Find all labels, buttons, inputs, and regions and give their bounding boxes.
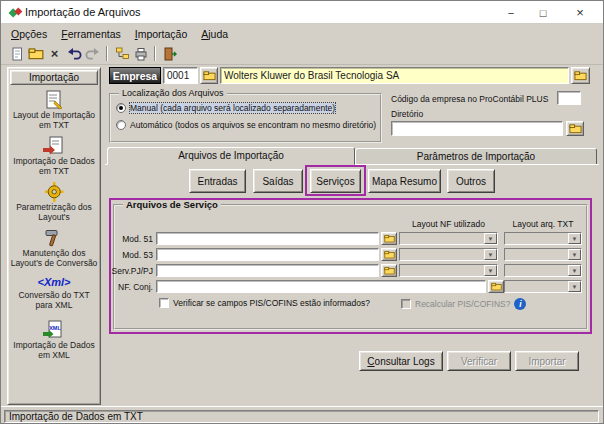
menu-importacao[interactable]: Importação xyxy=(128,26,195,42)
mod53-label: Mod. 53 xyxy=(111,250,153,260)
printer-icon xyxy=(133,46,149,62)
verificar-button[interactable]: Verificar xyxy=(447,351,511,371)
sidebar-item-parametrizacao[interactable]: Parametrização dos Layout's xyxy=(10,181,98,225)
servpj-file-input[interactable] xyxy=(156,264,379,277)
recalcular-pis-cofins-checkbox[interactable]: Recalcular PIS/COFINS? i xyxy=(401,298,526,310)
radio-automatico-circle[interactable] xyxy=(116,120,126,130)
layout-txt-icon xyxy=(41,89,67,111)
consultar-logs-label: Consultar Logs xyxy=(367,356,434,367)
menu-opcoes[interactable]: Opções xyxy=(4,26,54,42)
empresa-lookup-button[interactable] xyxy=(571,67,590,84)
importar-label: Importar xyxy=(528,356,565,367)
info-icon[interactable]: i xyxy=(514,298,526,310)
diretorio-label: Diretório xyxy=(391,109,423,119)
new-button[interactable] xyxy=(7,45,26,63)
servpj-browse-button[interactable] xyxy=(381,264,397,277)
undo-button[interactable] xyxy=(64,45,83,63)
radio-automatico-label[interactable]: Automático (todos os arquivos se encontr… xyxy=(130,120,376,130)
print-button[interactable] xyxy=(131,45,150,63)
mod53-layout-txt-combo[interactable]: ▼ xyxy=(504,248,582,261)
minimize-icon: − xyxy=(508,7,514,19)
nfconj-file-input[interactable] xyxy=(156,280,486,293)
maximize-icon: □ xyxy=(540,7,547,19)
delete-button[interactable]: × xyxy=(45,45,64,63)
subtab-saidas-button[interactable]: Saídas xyxy=(253,169,303,193)
servpj-layout-nf-combo[interactable]: ▼ xyxy=(399,264,498,277)
mod51-layout-txt-combo[interactable]: ▼ xyxy=(504,232,582,245)
delete-icon: × xyxy=(51,47,59,60)
servpj-layout-txt-combo[interactable]: ▼ xyxy=(504,264,582,277)
mod53-layout-nf-combo[interactable]: ▼ xyxy=(399,248,498,261)
folder-icon xyxy=(203,70,216,81)
nfconj-browse-button[interactable] xyxy=(488,280,504,293)
arquivos-servico-group-title: Arquivos de Serviço xyxy=(123,199,221,210)
sidebar-item-importacao-txt[interactable]: Importação de Dados em TXT xyxy=(10,135,98,179)
sidebar-item-manutencao[interactable]: Manutenção dos Layout's de Conversão xyxy=(10,227,98,271)
diretorio-browse-button[interactable] xyxy=(566,121,584,136)
codigo-procontabil-field[interactable] xyxy=(557,91,581,105)
titlebar: Importação de Arquivos − □ × xyxy=(1,1,603,24)
tab-parametros-importacao[interactable]: Parâmetros de Importação xyxy=(355,148,597,165)
mod51-file-input[interactable] xyxy=(156,232,379,245)
mod53-browse-button[interactable] xyxy=(381,248,397,261)
sidebar-item-layout-txt[interactable]: Layout de Importação em TXT xyxy=(10,89,98,133)
mod51-browse-button[interactable] xyxy=(381,232,397,245)
verificar-pis-cofins-checkbox[interactable]: Verificar se campos PIS/COFINS estão inf… xyxy=(159,298,370,308)
sidebar-item-conversao-xml[interactable]: <Xml> Conversão do TXT para XML xyxy=(10,273,98,317)
subtab-outros-label: Outros xyxy=(456,176,486,187)
sidebar-item-label: Importação de Dados em TXT xyxy=(10,157,98,177)
close-button[interactable]: × xyxy=(562,1,598,24)
empresa-label: Empresa xyxy=(109,67,161,84)
nfconj-layout-txt-combo[interactable]: ▼ xyxy=(504,280,582,293)
minimize-button[interactable]: − xyxy=(496,1,526,24)
nfconj-label: NF. Conj. xyxy=(111,282,153,292)
toolbar-separator xyxy=(106,46,108,61)
tab-arquivos-importacao[interactable]: Arquivos de Importação xyxy=(107,147,355,165)
menu-ajuda[interactable]: Ajuda xyxy=(194,26,235,42)
menubar: Opções Ferramentas Importação Ajuda xyxy=(1,25,603,43)
dropdown-icon: ▼ xyxy=(568,265,581,276)
subtab-outros-button[interactable]: Outros xyxy=(447,169,495,193)
verificar-pis-cofins-label[interactable]: Verificar se campos PIS/COFINS estão inf… xyxy=(173,298,370,308)
mod53-file-input[interactable] xyxy=(156,248,379,261)
open-button[interactable] xyxy=(26,45,45,63)
radio-manual-label[interactable]: Manual (cada arquivo será localizado sep… xyxy=(130,103,335,113)
redo-button[interactable] xyxy=(83,45,102,63)
subtab-entradas-button[interactable]: Entradas xyxy=(189,169,246,193)
importar-button[interactable]: Importar xyxy=(515,351,579,371)
col-header-layout-nf: Layout NF utilizado xyxy=(399,219,498,229)
sidebar-item-importacao-xml[interactable]: XML Importação de Dados em XML xyxy=(10,319,98,363)
diretorio-field[interactable] xyxy=(391,121,563,136)
verificar-pis-cofins-box[interactable] xyxy=(159,298,169,308)
empresa-browse-button[interactable] xyxy=(200,67,218,84)
sidebar-item-label: Manutenção dos Layout's de Conversão xyxy=(10,249,98,269)
parametrization-gear-icon xyxy=(41,181,67,203)
open-folder-icon xyxy=(28,47,44,60)
maximize-button[interactable]: □ xyxy=(528,1,558,24)
exit-button[interactable] xyxy=(160,45,179,63)
sidebar-item-label: Importação de Dados em XML xyxy=(10,341,98,361)
radio-manual-circle[interactable] xyxy=(116,103,126,113)
menu-ferramentas[interactable]: Ferramentas xyxy=(54,26,128,42)
mod51-label: Mod. 51 xyxy=(111,234,153,244)
empresa-name-field[interactable]: Wolters Kluwer do Brasil Tecnologia SA xyxy=(220,67,569,84)
subtab-servicos-button[interactable]: Serviços xyxy=(310,169,361,193)
folder-tree-button[interactable] xyxy=(112,45,131,63)
radio-manual[interactable]: Manual (cada arquivo será localizado sep… xyxy=(116,103,335,113)
app-icon xyxy=(8,5,23,20)
statusbar: Importação de Dados em TXT xyxy=(1,406,603,424)
radio-automatico[interactable]: Automático (todos os arquivos se encontr… xyxy=(116,120,376,130)
folder-icon xyxy=(384,250,395,259)
sidebar-item-label: Conversão do TXT para XML xyxy=(10,291,98,311)
col-header-layout-txt: Layout arq. TXT xyxy=(504,219,582,229)
redo-icon xyxy=(85,46,101,62)
empresa-code-field[interactable]: 0001 xyxy=(163,67,198,84)
subtab-mapa-resumo-label: Mapa Resumo xyxy=(372,176,437,187)
app-window: Importação de Arquivos − □ × Opções Ferr… xyxy=(0,0,604,424)
mod51-layout-nf-combo[interactable]: ▼ xyxy=(399,232,498,245)
recalcular-pis-cofins-box[interactable] xyxy=(401,299,411,309)
sidebar-header: Importação xyxy=(10,70,98,85)
toolbar: × xyxy=(1,43,603,65)
subtab-mapa-resumo-button[interactable]: Mapa Resumo xyxy=(368,169,441,193)
consultar-logs-button[interactable]: Consultar Logs xyxy=(359,351,443,371)
